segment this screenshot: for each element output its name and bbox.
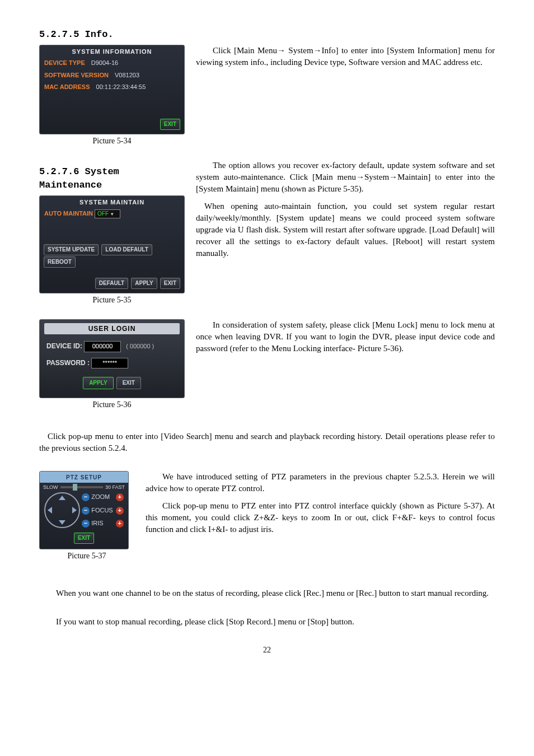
software-version-value: V081203 — [115, 71, 139, 80]
device-type-value: D9004-16 — [91, 59, 118, 67]
rec-para: When you want one channel to be on the s… — [39, 587, 495, 599]
mac-address-value: 00:11:22:33:44:55 — [96, 83, 146, 91]
caption-5-36: Picture 5-36 — [39, 399, 185, 410]
panel-title: USER LOGIN — [44, 323, 180, 335]
reboot-button[interactable]: REBOOT — [44, 256, 76, 268]
heading-5-2-7-5: 5.2.7.5 Info. — [39, 28, 495, 41]
ptz-body1: We have introduced setting of PTZ parame… — [146, 471, 495, 494]
direction-pad[interactable] — [44, 492, 80, 528]
page-number: 22 — [39, 645, 495, 656]
user-login-panel: USER LOGIN DEVICE ID: 000000 ( 000000 ) … — [39, 319, 185, 399]
focus-plus-button[interactable]: + — [116, 507, 124, 515]
speed-slider[interactable] — [60, 486, 103, 488]
auto-maintain-dropdown[interactable]: OFF — [95, 209, 120, 218]
ptz-body2: Click pop-up menu to PTZ enter into PTZ … — [146, 500, 495, 535]
login-body: In consideration of system safety, pleas… — [196, 319, 495, 354]
arrow-right-icon[interactable] — [72, 507, 77, 514]
auto-maintain-label: AUTO MAINTAIN — [44, 209, 93, 218]
apply-button[interactable]: APPLY — [131, 278, 157, 289]
focus-minus-button[interactable]: − — [82, 507, 90, 515]
load-default-button[interactable]: LOAD DEFAULT — [101, 244, 152, 255]
password-input[interactable]: ****** — [91, 358, 128, 368]
caption-5-35: Picture 5-35 — [39, 295, 185, 306]
caption-5-34: Picture 5-34 — [39, 136, 185, 147]
arrow-down-icon[interactable] — [59, 520, 65, 525]
device-id-hint: ( 000000 ) — [126, 343, 154, 349]
exit-button[interactable]: EXIT — [160, 278, 180, 289]
exit-button[interactable]: EXIT — [116, 377, 141, 389]
password-label: PASSWORD : — [46, 359, 90, 367]
exit-button[interactable]: EXIT — [74, 533, 94, 544]
caption-5-37: Picture 5-37 — [39, 550, 134, 562]
zoom-label: ZOOM — [91, 493, 110, 500]
device-id-label: DEVICE ID: — [46, 342, 82, 350]
focus-label: FOCUS — [91, 507, 113, 514]
system-update-button[interactable]: SYSTEM UPDATE — [44, 244, 99, 255]
fast-label: 30 FAST — [105, 484, 125, 491]
iris-minus-button[interactable]: − — [82, 520, 90, 528]
stop-para: If you want to stop manual recording, pl… — [39, 616, 495, 628]
zoom-minus-button[interactable]: − — [82, 493, 90, 501]
ptz-setup-panel: PTZ SETUP SLOW 30 FAST — [39, 471, 129, 550]
apply-button[interactable]: APPLY — [83, 377, 113, 389]
panel-title: PTZ SETUP — [40, 472, 128, 483]
device-type-label: DEVICE TYPE — [44, 59, 85, 67]
mac-address-label: MAC ADDRESS — [44, 83, 90, 91]
arrow-up-icon[interactable] — [59, 496, 65, 500]
exit-button[interactable]: EXIT — [160, 119, 180, 130]
system-maintain-panel: SYSTEM MAINTAIN AUTO MAINTAIN OFF SYSTEM… — [39, 195, 185, 293]
iris-plus-button[interactable]: + — [116, 520, 124, 528]
zoom-plus-button[interactable]: + — [116, 493, 124, 501]
heading-5-2-7-6: 5.2.7.6 System Maintenance — [39, 165, 185, 192]
arrow-left-icon[interactable] — [48, 507, 52, 514]
slow-label: SLOW — [43, 484, 58, 491]
video-search-para: Click pop-up menu to enter into [Video S… — [39, 431, 495, 454]
panel-title: SYSTEM INFORMATION — [40, 45, 184, 57]
info-body: Click [Main Menu→ System→Info] to enter … — [196, 45, 495, 68]
panel-title: SYSTEM MAINTAIN — [40, 196, 184, 208]
device-id-input[interactable]: 000000 — [84, 341, 121, 352]
software-version-label: SOFTWARE VERSION — [44, 71, 109, 80]
default-button[interactable]: DEFAULT — [95, 278, 128, 289]
iris-label: IRIS — [91, 520, 103, 526]
maintain-body2: When opening auto-maintain function, you… — [196, 200, 495, 259]
maintain-body1: The option allows you recover ex-factory… — [196, 160, 495, 195]
system-information-panel: SYSTEM INFORMATION DEVICE TYPE D9004-16 … — [39, 45, 185, 134]
